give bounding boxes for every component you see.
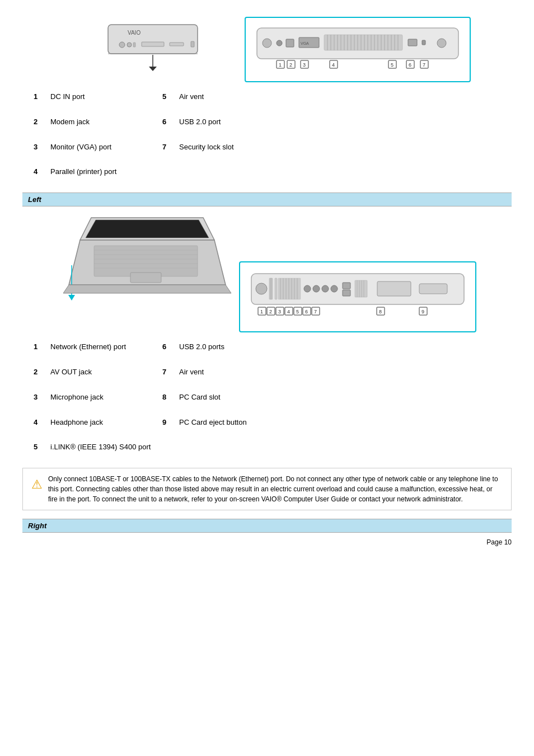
svg-point-71 (256, 283, 267, 294)
svg-point-13 (277, 40, 282, 46)
back-item-label-1: DC IN port (50, 88, 162, 106)
svg-rect-72 (269, 278, 273, 299)
left-item-label-1: Network (Ethernet) port (50, 338, 162, 356)
back-item-label-3: Monitor (VGA) port (50, 138, 162, 157)
svg-marker-58 (86, 220, 209, 238)
svg-text:4: 4 (332, 62, 335, 68)
back-panel-diagram: VGA (245, 17, 471, 82)
left-item-num-9: 9 (162, 414, 179, 432)
svg-point-3 (127, 43, 132, 47)
svg-rect-90 (355, 280, 367, 297)
left-item-label-5: i.LINK® (IEEE 1394) S400 port (50, 438, 302, 457)
svg-text:5: 5 (296, 309, 299, 314)
left-item-num-1: 1 (34, 338, 50, 356)
svg-text:7: 7 (314, 309, 317, 314)
back-item-label-6: USB 2.0 port (179, 113, 302, 132)
back-item-num-7: 7 (162, 138, 179, 157)
svg-point-84 (304, 285, 311, 292)
back-item-label-2: Modem jack (50, 113, 162, 132)
back-item-num-3: 3 (34, 138, 50, 157)
svg-text:3: 3 (278, 309, 281, 314)
svg-point-2 (119, 42, 125, 48)
svg-rect-14 (286, 39, 294, 47)
svg-text:6: 6 (409, 62, 411, 68)
svg-point-85 (313, 285, 320, 292)
left-panel-diagram: 1 2 3 4 5 6 7 8 (239, 261, 476, 332)
svg-rect-0 (108, 25, 198, 54)
svg-text:6: 6 (305, 309, 308, 314)
svg-text:VAIO: VAIO (128, 30, 140, 36)
warning-text: Only connect 10BASE-T or 100BASE-TX cabl… (48, 474, 503, 504)
svg-rect-5 (142, 42, 164, 46)
svg-text:5: 5 (391, 62, 394, 68)
back-item-label-4: Parallel (printer) port (50, 163, 162, 181)
svg-marker-69 (63, 285, 231, 293)
left-panel-svg: 1 2 3 4 5 6 7 8 (246, 268, 470, 324)
left-item-num-2: 2 (34, 363, 50, 382)
svg-rect-75 (275, 278, 277, 299)
left-item-label-4: Headphone jack (50, 414, 162, 432)
back-item-num-1: 1 (34, 88, 50, 106)
warning-icon: ⚠ (31, 475, 43, 494)
left-laptop-perspective-svg (58, 212, 237, 324)
svg-text:1: 1 (260, 309, 263, 314)
left-diagram-wrapper: 1 2 3 4 5 6 7 8 (22, 212, 512, 332)
right-section-header: Right (22, 519, 512, 533)
svg-point-12 (263, 39, 271, 48)
back-item-num-2: 2 (34, 113, 50, 132)
back-top-laptop-svg: VAIO (63, 24, 242, 74)
svg-rect-41 (422, 40, 425, 45)
left-item-num-7: 7 (162, 363, 179, 382)
warning-body: Only connect 10BASE-T or 100BASE-TX cabl… (48, 475, 498, 503)
svg-text:7: 7 (423, 62, 425, 68)
svg-marker-68 (68, 295, 75, 300)
left-item-label-9: PC Card eject button (179, 414, 302, 432)
left-parts-list: 1 Network (Ethernet) port 6 USB 2.0 port… (34, 338, 512, 457)
svg-text:4: 4 (287, 309, 290, 314)
left-item-label-3: Microphone jack (50, 388, 162, 407)
svg-text:2: 2 (289, 62, 292, 68)
svg-rect-6 (170, 43, 184, 46)
svg-rect-17 (324, 35, 402, 50)
warning-box: ⚠ Only connect 10BASE-T or 100BASE-TX ca… (22, 468, 512, 510)
svg-text:1: 1 (279, 62, 282, 68)
svg-text:8: 8 (379, 309, 382, 314)
left-item-label-2: AV OUT jack (50, 363, 162, 382)
back-item-num-4: 4 (34, 163, 50, 181)
left-item-num-5: 5 (34, 438, 50, 457)
svg-marker-10 (149, 67, 157, 71)
svg-rect-7 (191, 41, 194, 47)
back-panel-svg: VGA (251, 24, 464, 74)
svg-rect-40 (408, 39, 417, 46)
svg-text:VGA: VGA (301, 41, 309, 45)
back-parts-list: 1 DC IN port 5 Air vent 2 Modem jack 6 U… (34, 88, 512, 181)
svg-text:9: 9 (421, 309, 424, 314)
svg-point-42 (437, 39, 446, 48)
svg-point-87 (331, 285, 338, 292)
left-item-num-6: 6 (162, 338, 179, 356)
svg-text:2: 2 (269, 309, 272, 314)
svg-text:3: 3 (303, 62, 306, 68)
left-item-label-7: Air vent (179, 363, 302, 382)
svg-rect-96 (419, 284, 447, 294)
svg-rect-4 (133, 43, 135, 47)
back-item-label-7: Security lock slot (179, 138, 302, 157)
left-item-label-6: USB 2.0 ports (179, 338, 302, 356)
left-item-num-3: 3 (34, 388, 50, 407)
svg-rect-95 (377, 281, 411, 296)
svg-rect-89 (343, 290, 350, 296)
left-item-num-4: 4 (34, 414, 50, 432)
back-item-num-5: 5 (162, 88, 179, 106)
page-number: Page 10 (22, 538, 512, 546)
back-item-num-6: 6 (162, 113, 179, 132)
back-item-label-5: Air vent (179, 88, 302, 106)
left-item-label-8: PC Card slot (179, 388, 302, 407)
svg-rect-66 (130, 273, 161, 283)
left-section-header: Left (22, 192, 512, 206)
svg-rect-88 (343, 283, 350, 289)
svg-point-86 (322, 285, 329, 292)
back-diagram-wrapper: VAIO (22, 17, 512, 82)
left-item-num-8: 8 (162, 388, 179, 407)
